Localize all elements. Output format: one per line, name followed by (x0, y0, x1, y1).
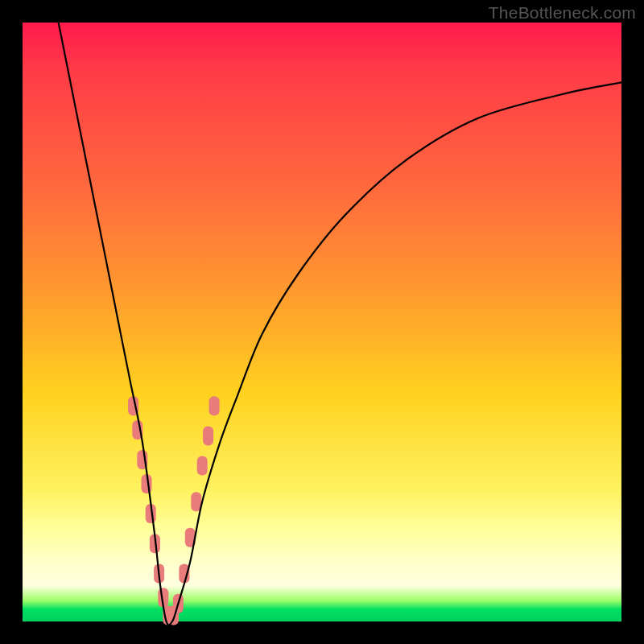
plot-area (23, 23, 621, 621)
bottleneck-curve-svg (23, 23, 621, 621)
highlight-dot (203, 426, 213, 445)
watermark-text: TheBottleneck.com (489, 3, 636, 23)
curve-path (59, 23, 621, 625)
highlight-dot (197, 456, 208, 476)
chart-frame: TheBottleneck.com (0, 0, 644, 644)
highlight-dot (209, 396, 220, 415)
marker-layer (128, 396, 220, 625)
